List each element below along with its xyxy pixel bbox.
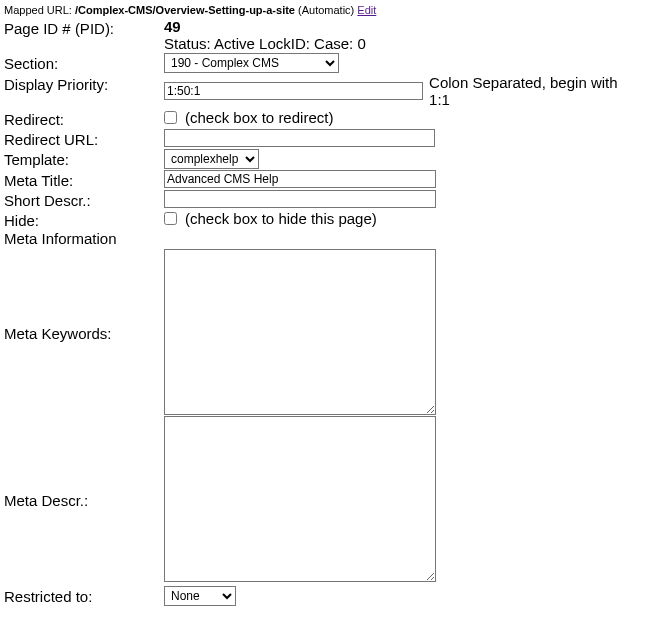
mapped-url-label: Mapped URL: bbox=[4, 4, 75, 16]
meta-descr-textarea[interactable] bbox=[164, 416, 436, 582]
redirect-hint: (check box to redirect) bbox=[185, 109, 333, 126]
edit-link[interactable]: Edit bbox=[357, 4, 376, 16]
template-row: Template: complexhelp bbox=[4, 149, 641, 169]
pid-label: Page ID # (PID): bbox=[4, 18, 164, 37]
meta-descr-label: Meta Descr.: bbox=[4, 490, 164, 509]
mapped-url-line: Mapped URL: /Complex-CMS/Overview-Settin… bbox=[4, 4, 641, 16]
redirect-url-label: Redirect URL: bbox=[4, 129, 164, 148]
redirect-url-row: Redirect URL: bbox=[4, 129, 641, 148]
redirect-label: Redirect: bbox=[4, 109, 164, 128]
section-label: Section: bbox=[4, 53, 164, 72]
meta-descr-row: Meta Descr.: bbox=[4, 416, 641, 582]
template-label: Template: bbox=[4, 149, 164, 168]
meta-title-label: Meta Title: bbox=[4, 170, 164, 189]
hide-hint: (check box to hide this page) bbox=[185, 210, 377, 227]
short-descr-label: Short Descr.: bbox=[4, 190, 164, 209]
mapped-url-path: /Complex-CMS/Overview-Setting-up-a-site bbox=[75, 4, 295, 16]
meta-info-heading: Meta Information bbox=[4, 230, 641, 247]
meta-title-input[interactable] bbox=[164, 170, 436, 188]
restricted-to-label: Restricted to: bbox=[4, 586, 164, 605]
section-row: Section: 190 - Complex CMS bbox=[4, 53, 641, 73]
restricted-to-row: Restricted to: None bbox=[4, 586, 641, 606]
hide-checkbox[interactable] bbox=[164, 212, 177, 225]
display-priority-input[interactable] bbox=[164, 82, 423, 100]
short-descr-row: Short Descr.: bbox=[4, 190, 641, 209]
meta-title-row: Meta Title: bbox=[4, 170, 641, 189]
status-line: Status: Active LockID: Case: 0 bbox=[164, 35, 641, 52]
display-priority-row: Display Priority: Colon Separated, begin… bbox=[4, 74, 641, 108]
restricted-to-select[interactable]: None bbox=[164, 586, 236, 606]
hide-row: Hide: (check box to hide this page) bbox=[4, 210, 641, 229]
meta-keywords-row: Meta Keywords: bbox=[4, 249, 641, 415]
redirect-checkbox[interactable] bbox=[164, 111, 177, 124]
redirect-row: Redirect: (check box to redirect) bbox=[4, 109, 641, 128]
redirect-url-input[interactable] bbox=[164, 129, 435, 147]
display-priority-hint: Colon Separated, begin with 1:1 bbox=[429, 74, 641, 108]
mapped-url-suffix: (Automatic) bbox=[295, 4, 357, 16]
display-priority-label: Display Priority: bbox=[4, 74, 164, 93]
short-descr-input[interactable] bbox=[164, 190, 436, 208]
pid-row: Page ID # (PID): 49 Status: Active LockI… bbox=[4, 18, 641, 52]
meta-keywords-textarea[interactable] bbox=[164, 249, 436, 415]
template-select[interactable]: complexhelp bbox=[164, 149, 259, 169]
pid-value: 49 bbox=[164, 18, 641, 35]
hide-label: Hide: bbox=[4, 210, 164, 229]
meta-keywords-label: Meta Keywords: bbox=[4, 323, 164, 342]
section-select[interactable]: 190 - Complex CMS bbox=[164, 53, 339, 73]
